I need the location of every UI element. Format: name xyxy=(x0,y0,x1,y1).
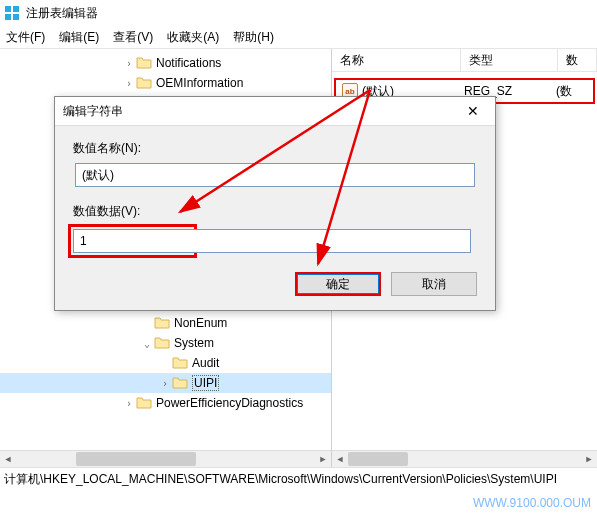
menu-help[interactable]: 帮助(H) xyxy=(233,29,274,46)
menu-bar: 文件(F) 编辑(E) 查看(V) 收藏夹(A) 帮助(H) xyxy=(0,26,597,49)
svg-rect-3 xyxy=(13,14,19,20)
scroll-right-icon[interactable]: ► xyxy=(581,451,597,467)
value-name-label: 数值名称(N): xyxy=(73,140,477,157)
scroll-left-icon[interactable]: ◄ xyxy=(332,451,348,467)
tree-item-label: OEMInformation xyxy=(156,76,243,90)
svg-rect-1 xyxy=(13,6,19,12)
dialog-title: 编辑字符串 xyxy=(63,103,123,120)
tree-item-label: NonEnum xyxy=(174,316,227,330)
list-horizontal-scrollbar[interactable]: ◄ ► xyxy=(332,450,597,467)
folder-icon xyxy=(154,336,170,350)
folder-icon xyxy=(136,76,152,90)
status-path: 计算机\HKEY_LOCAL_MACHINE\SOFTWARE\Microsof… xyxy=(4,471,557,488)
chevron-right-icon[interactable]: › xyxy=(122,398,136,409)
folder-icon xyxy=(172,356,188,370)
scroll-left-icon[interactable]: ◄ xyxy=(0,451,16,467)
scroll-right-icon[interactable]: ► xyxy=(315,451,331,467)
tree-item[interactable]: ⌄System xyxy=(0,333,331,353)
folder-icon xyxy=(172,376,188,390)
menu-view[interactable]: 查看(V) xyxy=(113,29,153,46)
dialog-body: 数值名称(N): 数值数据(V): 确定 取消 xyxy=(55,126,495,310)
value-data-label: 数值数据(V): xyxy=(73,203,477,220)
chevron-right-icon[interactable]: › xyxy=(122,78,136,89)
column-type[interactable]: 类型 xyxy=(461,49,558,71)
tree-item-label: Audit xyxy=(192,356,219,370)
menu-edit[interactable]: 编辑(E) xyxy=(59,29,99,46)
list-header: 名称 类型 数 xyxy=(332,49,597,72)
value-name-input[interactable] xyxy=(75,163,475,187)
tree-item[interactable]: ›UIPI xyxy=(0,373,331,393)
watermark: WWW.9100.000.OUM xyxy=(473,496,591,510)
chevron-right-icon[interactable]: › xyxy=(158,378,172,389)
registry-editor-window: 注册表编辑器 文件(F) 编辑(E) 查看(V) 收藏夹(A) 帮助(H) ›N… xyxy=(0,0,597,513)
svg-rect-0 xyxy=(5,6,11,12)
tree-horizontal-scrollbar[interactable]: ◄ ► xyxy=(0,450,331,467)
tree-item-label: Notifications xyxy=(156,56,221,70)
ok-button[interactable]: 确定 xyxy=(295,272,381,296)
tree-item-label: UIPI xyxy=(192,375,219,391)
value-data: (数 xyxy=(550,80,578,102)
chevron-right-icon[interactable]: › xyxy=(122,58,136,69)
edit-string-dialog: 编辑字符串 ✕ 数值名称(N): 数值数据(V): 确定 取消 xyxy=(54,96,496,311)
cancel-button[interactable]: 取消 xyxy=(391,272,477,296)
folder-icon xyxy=(136,56,152,70)
dialog-titlebar: 编辑字符串 ✕ xyxy=(55,97,495,126)
tree-item[interactable]: Audit xyxy=(0,353,331,373)
tree-item[interactable]: ›PowerEfficiencyDiagnostics xyxy=(0,393,331,413)
menu-favorites[interactable]: 收藏夹(A) xyxy=(167,29,219,46)
folder-icon xyxy=(154,316,170,330)
folder-icon xyxy=(136,396,152,410)
value-data-input[interactable] xyxy=(73,229,471,253)
column-data[interactable]: 数 xyxy=(558,49,597,71)
column-name[interactable]: 名称 xyxy=(332,49,461,71)
menu-file[interactable]: 文件(F) xyxy=(6,29,45,46)
close-icon[interactable]: ✕ xyxy=(459,101,487,121)
titlebar: 注册表编辑器 xyxy=(0,0,597,26)
tree-item[interactable]: NonEnum xyxy=(0,313,331,333)
app-icon xyxy=(4,5,20,21)
status-bar: 计算机\HKEY_LOCAL_MACHINE\SOFTWARE\Microsof… xyxy=(0,467,597,490)
svg-rect-2 xyxy=(5,14,11,20)
tree-item[interactable]: ›OEMInformation xyxy=(0,73,331,93)
tree-item[interactable]: ›Notifications xyxy=(0,53,331,73)
scroll-thumb[interactable] xyxy=(348,452,408,466)
scroll-thumb[interactable] xyxy=(76,452,196,466)
chevron-down-icon[interactable]: ⌄ xyxy=(140,338,154,349)
tree-item-label: System xyxy=(174,336,214,350)
window-title: 注册表编辑器 xyxy=(26,5,98,22)
tree-item-label: PowerEfficiencyDiagnostics xyxy=(156,396,303,410)
